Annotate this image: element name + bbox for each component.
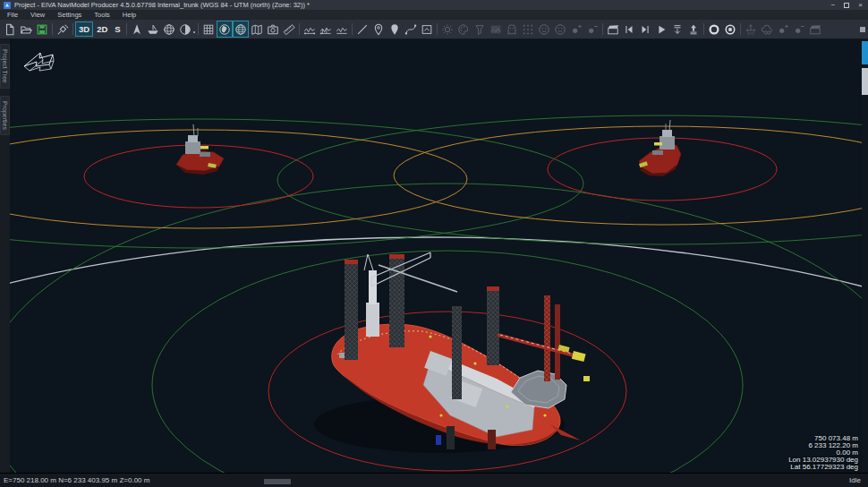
translate-xyz-icon[interactable]: XYZ <box>743 21 759 38</box>
draw-spline-icon[interactable] <box>403 21 419 38</box>
dropdown-caret-icon[interactable] <box>193 31 195 33</box>
title-bar[interactable]: Project - EIVA NaviModel Producer 4.5.0.… <box>0 0 868 10</box>
profile-view-3-icon[interactable] <box>334 21 350 38</box>
connect-online-icon[interactable] <box>55 21 71 38</box>
menu-file[interactable]: File <box>7 11 18 19</box>
status-progress-indicator <box>264 479 291 484</box>
status-bar: E=750 218.00 m N=6 233 403.95 m Z=0.00 m… <box>0 473 868 487</box>
viewport-3d[interactable]: Project Tree Properties <box>0 39 868 473</box>
toolbar-separator <box>602 23 603 35</box>
toolbar: 3D 2D S <box>0 20 868 39</box>
play-animation-icon[interactable] <box>653 21 669 38</box>
status-coordinates: E=750 218.00 m N=6 233 403.95 m Z=0.00 m <box>4 476 149 484</box>
toolbar-overflow-button[interactable] <box>860 27 865 32</box>
restore-button[interactable] <box>844 3 849 8</box>
toolbar-separator <box>703 23 704 35</box>
application-window: Project - EIVA NaviModel Producer 4.5.0.… <box>0 0 868 487</box>
status-state: Idle <box>849 476 861 484</box>
save-project-icon[interactable] <box>34 21 50 38</box>
scene-3d-canvas[interactable] <box>10 39 862 473</box>
toolbar-separator <box>352 23 353 35</box>
add-point-icon[interactable] <box>775 21 791 38</box>
toolbar-separator <box>52 23 53 35</box>
open-project-icon[interactable] <box>18 21 34 38</box>
profile-view-1-icon[interactable] <box>302 21 318 38</box>
menu-view[interactable]: View <box>30 11 45 19</box>
add-marker-icon[interactable] <box>387 21 403 38</box>
toolbar-separator <box>126 23 127 35</box>
view-s-button[interactable]: S <box>111 21 123 37</box>
cursor-coordinates-overlay: 750 073.48 m 6 233 122.20 m 0.00 m Lon 1… <box>788 435 858 471</box>
toolbar-separator <box>72 23 73 35</box>
overlay-latitude: Lat 56.17729323 deg <box>788 464 858 471</box>
animation-clapper-icon[interactable] <box>605 21 621 38</box>
scrollbar-thumb-white[interactable] <box>862 68 868 95</box>
geographic-globe-icon[interactable] <box>217 21 233 38</box>
toolbar-separator <box>299 23 300 35</box>
left-panel-tabs: Project Tree Properties <box>0 39 10 473</box>
shaded-sphere-view-icon[interactable] <box>177 21 193 38</box>
move-up-icon[interactable] <box>685 21 702 38</box>
animation-clapper-end-icon[interactable] <box>807 21 823 38</box>
point-remove-small-icon[interactable] <box>584 21 600 38</box>
point-cloud-tools-icon[interactable] <box>759 21 775 38</box>
close-button[interactable]: × <box>858 1 863 9</box>
toolbar-separator <box>740 23 741 35</box>
map-view-icon[interactable] <box>249 21 265 38</box>
color-palette-icon[interactable] <box>455 21 472 38</box>
export-view-icon[interactable] <box>419 21 435 38</box>
sphere-view-icon[interactable] <box>161 21 177 38</box>
add-waypoint-icon[interactable] <box>370 21 387 38</box>
stop-icon[interactable] <box>722 21 738 38</box>
view-3d-button[interactable]: 3D <box>75 21 93 37</box>
navigate-arrow-icon[interactable] <box>129 21 145 38</box>
point-grid-icon[interactable] <box>520 21 536 38</box>
grid-view-icon[interactable] <box>200 21 217 38</box>
step-backward-icon[interactable] <box>621 21 637 38</box>
window-title: Project - EIVA NaviModel Producer 4.5.0.… <box>14 1 831 9</box>
vessel-view-icon[interactable] <box>145 21 161 38</box>
step-forward-icon[interactable] <box>637 21 653 38</box>
menu-settings[interactable]: Settings <box>57 11 81 19</box>
app-icon <box>4 2 11 9</box>
window-controls: − × <box>831 1 863 9</box>
smiley-neutral-icon[interactable] <box>552 21 568 38</box>
record-icon[interactable] <box>706 21 722 38</box>
tab-properties[interactable]: Properties <box>0 96 10 135</box>
minimize-button[interactable]: − <box>831 1 836 9</box>
menu-tools[interactable]: Tools <box>94 11 110 19</box>
svg-text:XYZ: XYZ <box>747 31 754 36</box>
view-2d-button[interactable]: 2D <box>93 21 111 37</box>
filter-cone-icon[interactable] <box>472 21 488 38</box>
point-add-small-icon[interactable] <box>568 21 584 38</box>
smiley-good-icon[interactable] <box>536 21 552 38</box>
remove-point-icon[interactable] <box>791 21 807 38</box>
right-scrollbar[interactable] <box>862 39 868 473</box>
scrollbar-thumb-blue[interactable] <box>862 41 868 64</box>
menu-help[interactable]: Help <box>123 11 136 19</box>
light-settings-icon[interactable] <box>439 21 455 38</box>
new-file-icon[interactable] <box>2 21 18 38</box>
toolbar-separator <box>198 23 199 35</box>
ghost-tool-icon[interactable] <box>504 21 520 38</box>
measure-ruler-icon[interactable] <box>281 21 297 38</box>
toolbar-separator <box>437 23 438 35</box>
screenshot-camera-icon[interactable] <box>265 21 281 38</box>
profile-view-2-icon[interactable] <box>318 21 334 38</box>
tab-project-tree[interactable]: Project Tree <box>0 44 10 89</box>
move-down-icon[interactable] <box>669 21 685 38</box>
menu-bar: File View Settings Tools Help <box>0 10 868 20</box>
texture-image-icon[interactable] <box>488 21 504 38</box>
wireframe-globe-icon[interactable] <box>233 21 249 38</box>
draw-line-icon[interactable] <box>354 21 370 38</box>
